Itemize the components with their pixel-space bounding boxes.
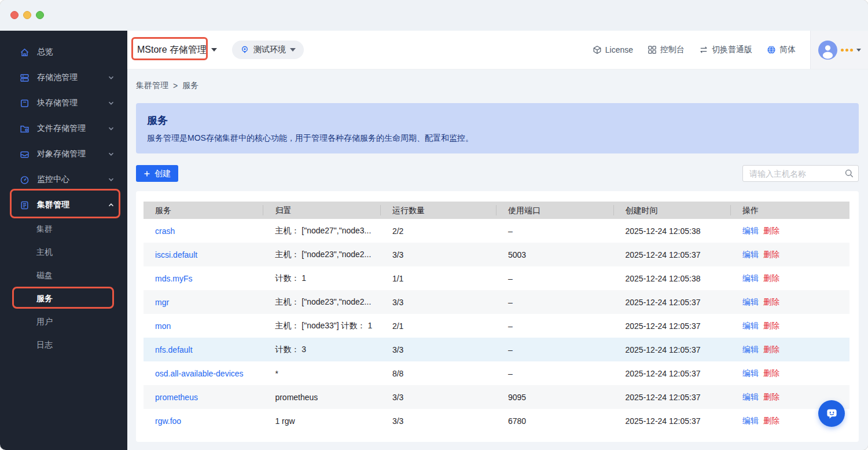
sidebar-subitem-label: 磁盘 — [36, 270, 53, 281]
chevron-up-icon — [108, 202, 115, 208]
sidebar-item-services[interactable]: 服务 — [0, 287, 127, 310]
location-pin-icon — [240, 45, 249, 54]
language-link[interactable]: 简体 — [767, 45, 796, 55]
column-header-actions: 操作 — [731, 205, 849, 215]
edit-action[interactable]: 编辑 — [742, 250, 759, 259]
minimize-window-icon[interactable] — [23, 11, 31, 19]
sidebar-item-label: 集群管理 — [37, 200, 69, 210]
running-cell: 3/3 — [381, 298, 496, 307]
page-title: 服务 — [147, 114, 848, 127]
delete-action[interactable]: 删除 — [763, 392, 779, 401]
chevron-down-icon[interactable] — [856, 49, 861, 52]
edit-action[interactable]: 编辑 — [742, 392, 759, 401]
delete-action[interactable]: 删除 — [763, 226, 779, 235]
service-link[interactable]: osd.all-available-devices — [155, 369, 244, 378]
search-input[interactable] — [742, 165, 859, 182]
service-link[interactable]: rgw.foo — [155, 416, 181, 426]
sidebar-subitem-label: 用户 — [36, 317, 53, 327]
ports-cell: – — [496, 274, 614, 283]
block-storage-icon — [20, 98, 30, 108]
created-cell: 2025-12-24 12:05:37 — [614, 345, 731, 354]
edit-action[interactable]: 编辑 — [742, 368, 759, 378]
environment-selector[interactable]: 测试环境 — [232, 41, 304, 59]
console-label: 控制台 — [660, 45, 685, 55]
running-cell: 2/1 — [381, 321, 496, 331]
switch-version-link[interactable]: 切换普通版 — [699, 45, 752, 55]
running-cell: 8/8 — [381, 369, 496, 378]
services-table: 服务 归置 运行数量 使用端口 创建时间 操作 crash 主机： ["node… — [144, 202, 849, 433]
table-row-highlighted: nfs.default 计数： 3 3/3 – 2025-12-24 12:05… — [144, 338, 849, 361]
running-cell: 3/3 — [381, 345, 496, 354]
switch-arrows-icon — [699, 45, 708, 54]
table-row: mon 主机： ["node33"] 计数： 1 2/1 – 2025-12-2… — [144, 314, 849, 338]
sidebar-item-block-storage[interactable]: 块存储管理 — [0, 90, 127, 116]
edit-action[interactable]: 编辑 — [742, 297, 759, 306]
close-window-icon[interactable] — [10, 11, 19, 19]
chevron-down-icon — [290, 48, 296, 52]
table-row: crash 主机： ["node27","node3... 2/2 – 2025… — [144, 219, 849, 243]
service-link[interactable]: iscsi.default — [155, 250, 197, 259]
topbar-links: License 控制台 切换普通版 简体 — [593, 45, 796, 55]
sidebar-item-object-storage[interactable]: 对象存储管理 — [0, 141, 127, 167]
sidebar-item-cluster[interactable]: 集群 — [0, 218, 127, 241]
ports-cell: – — [496, 321, 614, 331]
delete-action[interactable]: 删除 — [763, 321, 779, 330]
ports-cell: 9095 — [496, 393, 614, 402]
service-link[interactable]: mds.myFs — [155, 274, 193, 283]
sidebar-item-label: 存储池管理 — [37, 72, 78, 83]
user-avatar[interactable] — [818, 41, 837, 60]
sidebar-item-hosts[interactable]: 主机 — [0, 241, 127, 264]
sidebar: 总览 存储池管理 块存储管理 — [0, 31, 127, 450]
sidebar-item-disks[interactable]: 磁盘 — [0, 264, 127, 287]
sidebar-subitem-label: 集群 — [36, 224, 53, 235]
edit-action[interactable]: 编辑 — [742, 226, 759, 235]
traffic-lights — [10, 11, 44, 19]
table-row: osd.all-available-devices * 8/8 – 2025-1… — [144, 361, 849, 385]
breadcrumb-cluster-management[interactable]: 集群管理 — [136, 81, 168, 91]
edit-action[interactable]: 编辑 — [742, 416, 759, 425]
delete-action[interactable]: 删除 — [763, 416, 779, 425]
table-row: iscsi.default 主机： ["node23","node2... 3/… — [144, 243, 849, 266]
service-link[interactable]: mgr — [155, 298, 169, 307]
sidebar-item-logs[interactable]: 日志 — [0, 334, 127, 357]
create-button[interactable]: 创建 — [136, 165, 178, 182]
service-link[interactable]: crash — [155, 226, 175, 236]
license-link[interactable]: License — [593, 45, 633, 54]
chat-support-button[interactable] — [818, 400, 845, 427]
service-link[interactable]: prometheus — [155, 393, 198, 402]
delete-action[interactable]: 删除 — [763, 368, 779, 378]
more-options-icon[interactable] — [841, 49, 853, 52]
chevron-down-icon — [108, 125, 115, 132]
sidebar-item-label: 总览 — [37, 47, 53, 57]
sidebar-item-users[interactable]: 用户 — [0, 310, 127, 334]
service-link[interactable]: mon — [155, 321, 171, 331]
ports-cell: – — [496, 298, 614, 307]
placement-cell: 计数： 1 — [263, 273, 381, 284]
sidebar-item-monitoring[interactable]: 监控中心 — [0, 167, 127, 192]
chevron-down-icon — [108, 74, 115, 81]
edit-action[interactable]: 编辑 — [742, 273, 759, 283]
created-cell: 2025-12-24 12:05:37 — [614, 416, 731, 426]
running-cell: 3/3 — [381, 416, 496, 426]
delete-action[interactable]: 删除 — [763, 273, 779, 283]
cluster-icon — [20, 200, 30, 210]
console-link[interactable]: 控制台 — [648, 45, 685, 55]
zoom-window-icon[interactable] — [36, 11, 44, 19]
delete-action[interactable]: 删除 — [763, 345, 779, 354]
running-cell: 2/2 — [381, 226, 496, 236]
created-cell: 2025-12-24 12:05:38 — [614, 226, 731, 236]
app-switcher[interactable]: MStore 存储管理 — [137, 44, 217, 56]
sidebar-item-label: 对象存储管理 — [37, 149, 86, 159]
sidebar-item-file-storage[interactable]: 文件存储管理 — [0, 116, 127, 141]
sidebar-item-cluster-management[interactable]: 集群管理 — [0, 192, 127, 218]
created-cell: 2025-12-24 12:05:37 — [614, 321, 731, 331]
search-icon[interactable] — [844, 169, 854, 178]
sidebar-item-storage-pool[interactable]: 存储池管理 — [0, 65, 127, 90]
sidebar-item-overview[interactable]: 总览 — [0, 39, 127, 65]
edit-action[interactable]: 编辑 — [742, 321, 759, 330]
edit-action[interactable]: 编辑 — [742, 345, 759, 354]
service-link[interactable]: nfs.default — [155, 345, 193, 354]
delete-action[interactable]: 删除 — [763, 297, 779, 306]
delete-action[interactable]: 删除 — [763, 250, 779, 259]
ports-cell: 6780 — [496, 416, 614, 426]
